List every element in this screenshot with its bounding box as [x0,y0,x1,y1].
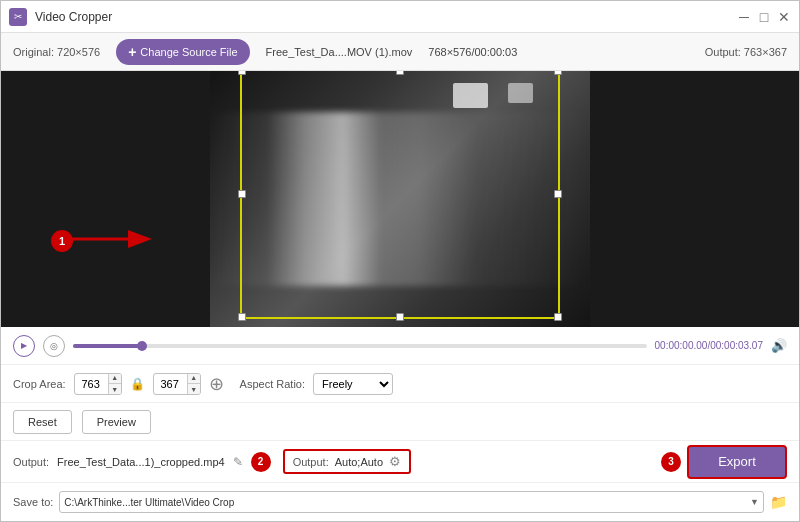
aspect-ratio-label: Aspect Ratio: [240,378,305,390]
titlebar: ✂ Video Cropper ─ □ ✕ [1,1,799,33]
crop-handle-bottommid[interactable] [396,313,404,321]
playback-bar: ▶ ◎ 00:00:00.00/00:00:03.07 🔊 [1,327,799,365]
center-crop-icon[interactable]: ⊕ [209,373,224,395]
lock-wrap: 🔒 [130,377,145,391]
action-row: Reset Preview [1,403,799,441]
height-spinners: ▲ ▼ [187,373,200,395]
crop-handle-topright[interactable] [554,71,562,75]
crop-handle-topleft[interactable] [238,71,246,75]
folder-icon[interactable]: 📁 [770,494,787,510]
play-button[interactable]: ▶ [13,335,35,357]
main-window: ✂ Video Cropper ─ □ ✕ Original: 720×576 … [0,0,800,522]
save-path-text: C:\ArkThinke...ter Ultimate\Video Crop [64,497,234,508]
annotation-circle-2: 2 [251,452,271,472]
crop-width-input[interactable]: ▲ ▼ [74,373,122,395]
settings-row: Crop Area: ▲ ▼ 🔒 ▲ ▼ ⊕ Aspect Ratio: [1,365,799,403]
file-name-label: Free_Test_Da....MOV (1).mov [266,46,413,58]
controls-area: ▶ ◎ 00:00:00.00/00:00:03.07 🔊 Crop Area:… [1,327,799,521]
export-area: 3 Export [661,445,787,479]
annotation-circle-1: 1 [51,230,73,252]
file-info-label: 768×576/00:00:03 [428,46,517,58]
app-icon: ✂ [9,8,27,26]
output-row: Output: Free_Test_Data...1)_cropped.mp4 … [1,441,799,483]
height-up-button[interactable]: ▲ [188,373,200,384]
output-size-label: Output: 763×367 [705,46,787,58]
edit-icon[interactable]: ✎ [233,455,243,469]
crop-width-value[interactable] [75,378,107,390]
video-area: 1 [1,71,799,327]
crop-handle-midleft[interactable] [238,190,246,198]
save-path-dropdown-icon: ▼ [750,497,759,507]
progress-bar[interactable] [73,344,647,348]
save-to-label: Save to: [13,496,53,508]
arrow-svg [46,209,176,269]
crop-overlay[interactable] [240,71,560,319]
width-down-button[interactable]: ▼ [109,384,121,395]
annotation-circle-3: 3 [661,452,681,472]
crop-handle-bottomleft[interactable] [238,313,246,321]
width-up-button[interactable]: ▲ [109,373,121,384]
output-settings-label: Output: [293,456,329,468]
crop-handle-midright[interactable] [554,190,562,198]
progress-dot [137,341,147,351]
width-spinners: ▲ ▼ [108,373,121,395]
crop-area-label: Crop Area: [13,378,66,390]
save-path-selector[interactable]: C:\ArkThinke...ter Ultimate\Video Crop ▼ [59,491,764,513]
plus-icon: + [128,44,136,60]
reset-button[interactable]: Reset [13,410,72,434]
screenshot-button[interactable]: ◎ [43,335,65,357]
output-label: Output: [13,456,49,468]
video-canvas [210,71,590,327]
change-source-label: Change Source File [140,46,237,58]
crop-handle-topmid[interactable] [396,71,404,75]
minimize-button[interactable]: ─ [737,10,751,24]
output-filename: Free_Test_Data...1)_cropped.mp4 [57,456,225,468]
arrow-annotation: 1 [46,209,176,272]
time-display: 00:00:00.00/00:00:03.07 [655,340,763,351]
crop-handle-bottomright[interactable] [554,313,562,321]
save-row: Save to: C:\ArkThinke...ter Ultimate\Vid… [1,483,799,521]
close-button[interactable]: ✕ [777,10,791,24]
maximize-button[interactable]: □ [757,10,771,24]
crop-height-input[interactable]: ▲ ▼ [153,373,201,395]
original-size-label: Original: 720×576 [13,46,100,58]
export-button[interactable]: Export [687,445,787,479]
height-down-button[interactable]: ▼ [188,384,200,395]
link-icon: 🔒 [130,377,145,391]
aspect-ratio-select[interactable]: Freely 16:9 4:3 1:1 9:16 Custom [313,373,393,395]
gear-icon[interactable]: ⚙ [389,454,401,469]
output-settings-value: Auto;Auto [335,456,383,468]
window-controls: ─ □ ✕ [737,10,791,24]
preview-button[interactable]: Preview [82,410,151,434]
window-title: Video Cropper [35,10,737,24]
change-source-button[interactable]: + Change Source File [116,39,249,65]
topbar: Original: 720×576 + Change Source File F… [1,33,799,71]
progress-fill [73,344,142,348]
output-settings-box: Output: Auto;Auto ⚙ [283,449,411,474]
volume-icon[interactable]: 🔊 [771,338,787,353]
crop-height-value[interactable] [154,378,186,390]
